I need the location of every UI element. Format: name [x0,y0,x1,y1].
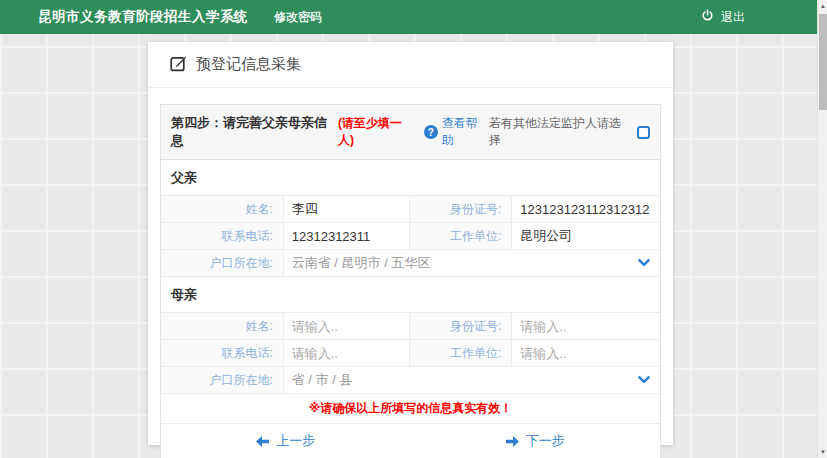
top-navbar: 昆明市义务教育阶段招生入学系统 修改密码 退出 [0,0,817,34]
father-work-input[interactable] [512,223,660,249]
step-panel: 第四步：请完善父亲母亲信息 (请至少填一人) ? 查看帮助 若有其他法定监护人请… [160,104,661,458]
father-phone-cell [283,223,410,250]
step-note: (请至少填一人) [338,115,417,149]
father-residence-value: 云南省 / 昆明市 / 五华区 [292,254,431,272]
logout-button[interactable]: 退出 [701,9,745,26]
prev-button-cell: 上一步 [161,424,411,458]
question-icon: ? [424,125,438,139]
next-step-label: 下一步 [526,432,565,450]
other-guardian-checkbox[interactable] [637,126,650,139]
chevron-down-icon [638,259,650,267]
mother-work-cell [512,340,660,367]
previous-step-button[interactable]: 上一步 [256,432,315,450]
father-id-cell [512,196,660,223]
mother-phone-cell [283,340,410,367]
table-row: 户口所在地: 云南省 / 昆明市 / 五华区 [161,250,660,277]
scroll-up-icon[interactable]: ▲ [818,0,827,12]
father-work-label: 工作单位: [410,223,512,250]
view-help-link[interactable]: ? 查看帮助 [424,115,489,149]
table-row: 姓名: 身份证号: [161,313,660,340]
scrollbar[interactable]: ▲ ▼ [817,0,827,458]
arrow-right-icon [506,436,519,447]
mother-residence-label: 户口所在地: [161,367,283,394]
mother-work-label: 工作单位: [410,340,512,367]
father-residence-label: 户口所在地: [161,250,283,277]
main-card: 预登记信息采集 第四步：请完善父亲母亲信息 (请至少填一人) ? 查看帮助 若有… [148,42,673,445]
table-row: 户口所在地: 省 / 市 / 县 [161,367,660,394]
validity-warning: ※请确保以上所填写的信息真实有效！ [161,394,660,424]
scroll-down-icon[interactable]: ▼ [818,446,827,458]
change-password-link[interactable]: 修改密码 [274,9,322,26]
arrow-left-icon [256,436,269,447]
mother-id-cell [512,313,660,340]
other-guardian-label: 若有其他法定监护人请选择 [489,115,631,149]
mother-section-title: 母亲 [161,277,660,312]
father-id-input[interactable] [512,196,660,222]
father-id-label: 身份证号: [410,196,512,223]
father-phone-input[interactable] [284,223,410,249]
scrollbar-thumb[interactable] [819,14,827,110]
other-guardian-option: 若有其他法定监护人请选择 [489,115,650,149]
logout-label: 退出 [721,9,745,26]
step-panel-header: 第四步：请完善父亲母亲信息 (请至少填一人) ? 查看帮助 若有其他法定监护人请… [161,105,660,160]
mother-phone-label: 联系电话: [161,340,283,367]
father-residence-select[interactable]: 云南省 / 昆明市 / 五华区 [283,250,660,277]
mother-residence-placeholder: 省 / 市 / 县 [292,371,353,389]
mother-name-label: 姓名: [161,313,283,340]
nav-buttons-row: 上一步 下一步 [161,424,660,458]
mother-fields-table: 姓名: 身份证号: 联系电话: 工作单位: 户口 [161,312,660,394]
next-step-button[interactable]: 下一步 [506,432,565,450]
page-title: 预登记信息采集 [196,55,301,74]
mother-work-input[interactable] [512,340,660,366]
father-section-title: 父亲 [161,160,660,195]
father-name-input[interactable] [284,196,410,222]
father-name-cell [283,196,410,223]
father-work-cell [512,223,660,250]
step-title: 第四步：请完善父亲母亲信息 [171,114,338,150]
table-row: 联系电话: 工作单位: [161,223,660,250]
mother-id-label: 身份证号: [410,313,512,340]
mother-residence-select[interactable]: 省 / 市 / 县 [283,367,660,394]
edit-icon [170,55,187,75]
mother-name-cell [283,313,410,340]
table-row: 联系电话: 工作单位: [161,340,660,367]
app-title: 昆明市义务教育阶段招生入学系统 [38,8,248,26]
father-fields-table: 姓名: 身份证号: 联系电话: 工作单位: 户口 [161,195,660,277]
mother-id-input[interactable] [512,313,660,339]
table-row: 姓名: 身份证号: [161,196,660,223]
father-name-label: 姓名: [161,196,283,223]
mother-name-input[interactable] [284,313,410,339]
chevron-down-icon [638,376,650,384]
page-header: 预登记信息采集 [148,42,673,88]
father-phone-label: 联系电话: [161,223,283,250]
previous-step-label: 上一步 [276,432,315,450]
power-icon [701,9,714,25]
help-link-label: 查看帮助 [442,115,489,149]
next-button-cell: 下一步 [411,424,661,458]
mother-phone-input[interactable] [284,340,410,366]
